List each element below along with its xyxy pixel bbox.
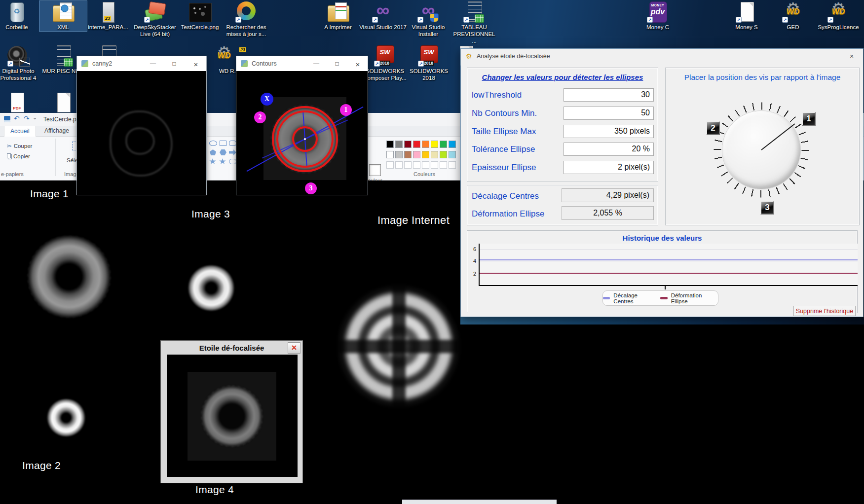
save-icon[interactable] bbox=[4, 116, 10, 122]
desktop-icon-sysproglicence[interactable]: ⚙WD↗ SysProgLicence bbox=[815, 1, 862, 31]
desktop-icon-label: SOLIDWORKS Composer Play... bbox=[361, 68, 409, 82]
param-label: lowThreshold bbox=[472, 90, 522, 100]
x-axis-tick bbox=[665, 286, 666, 289]
desktop-icon-testcercle[interactable]: TestCercle.png bbox=[176, 1, 224, 31]
desktop-icon-money-pdv[interactable]: MONEYpdv↗ Money C bbox=[634, 1, 681, 31]
shape-arrow[interactable] bbox=[229, 149, 236, 155]
desktop-icon-rechercher-maj[interactable]: ↗ Rechercher des mises à jour s... bbox=[223, 1, 270, 38]
palette-swatch[interactable] bbox=[440, 141, 447, 148]
desktop-icon-digital-photo[interactable]: ↗ Digital Photo Professional 4 bbox=[0, 45, 42, 82]
tab-affichage[interactable]: Affichage bbox=[38, 126, 75, 137]
palette-swatch-empty[interactable] bbox=[395, 161, 403, 169]
maximize-button[interactable]: □ bbox=[169, 60, 179, 67]
desktop-icon-vs-installer[interactable]: ∞↗ Visual Studio Installer bbox=[405, 1, 452, 38]
desktop-icon-tableau-previsionnel[interactable]: ↗ TABLEAU PREVISIONNEL ... bbox=[451, 1, 498, 44]
palette-swatch-empty[interactable] bbox=[449, 161, 456, 169]
palette-swatch[interactable] bbox=[413, 151, 420, 158]
close-button[interactable]: × bbox=[191, 60, 201, 69]
palette-swatch[interactable] bbox=[422, 151, 429, 158]
shape-speech-bubble[interactable] bbox=[229, 159, 236, 164]
desktop-icon-corbeille[interactable]: ♻ Corbeille bbox=[0, 1, 40, 31]
desktop-icon-ged[interactable]: ⚙WD↗ GED bbox=[769, 1, 817, 31]
copier-button[interactable]: Copier bbox=[7, 153, 30, 159]
desktop-icon-pdf[interactable]: PDF bbox=[0, 92, 40, 113]
desktop-icon-a-imprimer[interactable]: A Imprimer bbox=[314, 1, 362, 31]
screw-marker-2[interactable]: 2 bbox=[706, 121, 720, 135]
desktop-screen: ♻ Corbeille XML 23 interne_PARA... ↗ Dee… bbox=[0, 0, 864, 504]
archive-badge-fragment: 23 bbox=[239, 47, 246, 52]
window-image-icon bbox=[241, 60, 248, 67]
palette-swatch[interactable] bbox=[404, 151, 412, 158]
clipboard-group-label: e-papiers bbox=[1, 171, 24, 177]
redo-icon[interactable]: ↷ bbox=[24, 114, 30, 122]
close-button[interactable]: × bbox=[288, 342, 301, 354]
palette-swatch[interactable] bbox=[440, 151, 447, 158]
palette-swatch-empty[interactable] bbox=[386, 161, 394, 169]
palette-swatch[interactable] bbox=[386, 151, 394, 158]
params-header-link[interactable]: Changer les valeurs pour détecter les el… bbox=[467, 73, 658, 81]
palette-swatch[interactable] bbox=[395, 141, 403, 148]
epaisseur-ellipse-input[interactable]: 2 pixel(s) bbox=[563, 161, 654, 174]
desktop-icon-xml[interactable]: XML bbox=[39, 1, 87, 31]
marker-3-badge: 3 bbox=[305, 182, 317, 194]
dialog-titlebar[interactable]: ⚙ Analyse étoile dé-focalisée × bbox=[461, 49, 863, 64]
desktop-icon-label: Money S bbox=[723, 24, 770, 31]
tolerance-ellipse-input[interactable]: 20 % bbox=[563, 143, 654, 156]
desktop-icon-money-s[interactable]: ↗ Money S bbox=[723, 1, 770, 31]
maximize-button[interactable]: □ bbox=[332, 60, 342, 67]
minimize-button[interactable]: — bbox=[311, 60, 321, 67]
close-button[interactable]: × bbox=[353, 60, 363, 69]
palette-swatch[interactable] bbox=[431, 141, 438, 148]
canvas-label-image1: Image 1 bbox=[30, 188, 69, 200]
palette-swatch[interactable] bbox=[386, 141, 394, 148]
document-icon bbox=[51, 92, 75, 113]
screw-marker-1[interactable]: 1 bbox=[802, 112, 816, 126]
edge-ring-inner bbox=[125, 127, 155, 155]
palette-swatch[interactable] bbox=[413, 141, 420, 148]
supprime-historique-button[interactable]: Supprime l'historique bbox=[793, 306, 856, 316]
desktop-icon-sw-composer[interactable]: SW2018↗ SOLIDWORKS Composer Play... bbox=[361, 45, 409, 82]
desktop-icon-wd-r[interactable]: ⚙WD WD R... bbox=[209, 45, 239, 75]
canny2-window: canny2 — □ × bbox=[76, 56, 207, 195]
palette-swatch[interactable] bbox=[404, 141, 412, 148]
palette-swatch[interactable] bbox=[431, 151, 438, 158]
desktop-icon-visual-studio-2017[interactable]: ∞↗ Visual Studio 2017 bbox=[359, 1, 407, 31]
palette-swatch[interactable] bbox=[449, 141, 456, 148]
undo-icon[interactable]: ↶ bbox=[14, 114, 20, 122]
shape-star-6[interactable] bbox=[219, 158, 226, 165]
qat-dropdown-icon[interactable]: ⌄ bbox=[33, 114, 37, 121]
palette-swatch-empty[interactable] bbox=[431, 161, 438, 169]
taskbar-sliver bbox=[402, 500, 557, 504]
shape-ellipse[interactable] bbox=[209, 141, 217, 146]
shape-rectangle[interactable] bbox=[220, 141, 226, 146]
result-label: Déformation Ellipse bbox=[472, 209, 544, 219]
couper-button[interactable]: ✂Couper bbox=[7, 143, 32, 149]
nb-contours-min-input[interactable]: 50 bbox=[563, 107, 654, 120]
palette-swatch-empty[interactable] bbox=[404, 161, 412, 169]
close-button[interactable]: × bbox=[846, 52, 857, 60]
y-axis-tick: 2 bbox=[468, 271, 476, 277]
defocused-star-image-3 bbox=[188, 265, 235, 311]
couleur2-swatch[interactable] bbox=[369, 164, 381, 176]
palette-swatch[interactable] bbox=[395, 151, 403, 158]
palette-swatch[interactable] bbox=[422, 141, 429, 148]
minimize-button[interactable]: — bbox=[148, 60, 158, 67]
lowthreshold-input[interactable]: 30 bbox=[563, 88, 654, 102]
shape-hexagon[interactable] bbox=[220, 149, 226, 155]
canny2-titlebar[interactable]: canny2 — □ × bbox=[77, 56, 206, 71]
screw-marker-3[interactable]: 3 bbox=[760, 201, 774, 215]
desktop-icon-deepskystacker[interactable]: ↗ DeepSkyStacker Live (64 bit) bbox=[131, 1, 179, 38]
taille-ellipse-max-input[interactable]: 350 pixels bbox=[563, 125, 654, 138]
contours-titlebar[interactable]: Contours — □ × bbox=[236, 56, 368, 71]
palette-swatch-empty[interactable] bbox=[413, 161, 420, 169]
palette-swatch-empty[interactable] bbox=[440, 161, 447, 169]
palette-swatch[interactable] bbox=[449, 151, 456, 158]
legend-label: Déformation Ellipse bbox=[671, 292, 718, 304]
defocused-star-image-2 bbox=[46, 398, 86, 437]
tab-accueil[interactable]: Accueil bbox=[4, 126, 36, 137]
shape-pentagon[interactable] bbox=[210, 149, 216, 155]
desktop-icon-interne-para[interactable]: 23 interne_PARA... bbox=[84, 1, 132, 31]
shape-rounded-rect[interactable] bbox=[229, 141, 236, 146]
shape-star[interactable] bbox=[209, 158, 216, 165]
palette-swatch-empty[interactable] bbox=[422, 161, 429, 169]
